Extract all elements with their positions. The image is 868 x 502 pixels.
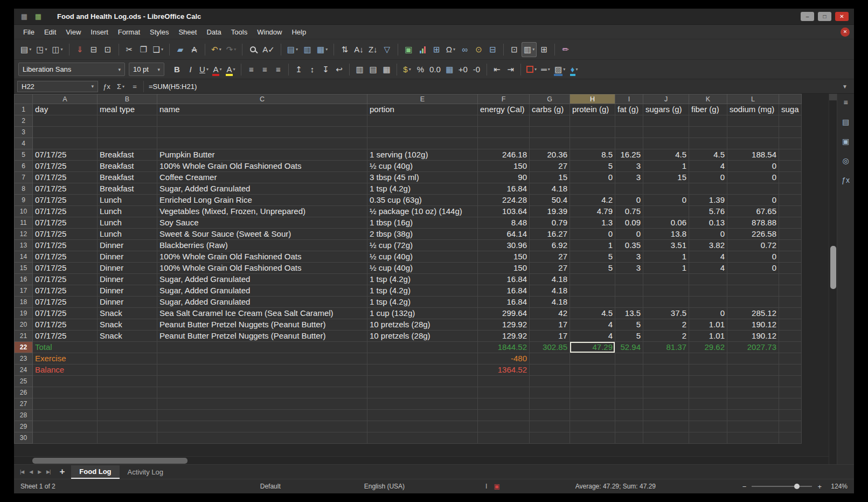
cell[interactable]: 0.35 (615, 240, 643, 251)
cell[interactable]: 1 serving (102g) (367, 149, 478, 161)
cell[interactable] (98, 398, 157, 410)
last-sheet-button[interactable]: ▶| (44, 469, 53, 475)
cell[interactable]: sodium (mg) (727, 104, 779, 115)
cell[interactable]: 3 tbsp (45 ml) (367, 172, 478, 183)
cell[interactable]: 188.54 (727, 149, 779, 161)
cell[interactable]: 1.39 (689, 195, 727, 206)
cell[interactable] (530, 127, 570, 138)
first-sheet-button[interactable]: |◀ (17, 469, 26, 475)
cell[interactable]: 07/17/25 (33, 183, 98, 195)
cell[interactable]: ½ cup (72g) (367, 240, 478, 251)
cell[interactable] (727, 410, 779, 421)
cell[interactable] (727, 376, 779, 387)
zoom-slider-thumb[interactable] (794, 484, 800, 489)
cell[interactable]: 07/17/25 (33, 251, 98, 263)
cell[interactable] (643, 206, 689, 217)
cell[interactable] (779, 353, 802, 365)
cell[interactable] (779, 274, 802, 285)
active-cell[interactable]: 47.29 (570, 342, 615, 353)
next-sheet-button[interactable]: ▶ (35, 469, 44, 475)
cell[interactable] (367, 365, 478, 376)
cell[interactable]: ½ cup (40g) (367, 251, 478, 263)
cell[interactable]: 4.18 (530, 274, 570, 285)
cell[interactable]: 3 (615, 161, 643, 172)
cell[interactable]: 285.12 (727, 308, 779, 319)
cell[interactable]: Coffee Creamer (157, 172, 367, 183)
cell[interactable] (615, 127, 643, 138)
cell[interactable] (643, 285, 689, 297)
delete-decimal-place-button[interactable]: -0 (470, 62, 483, 77)
cell[interactable]: 5 (615, 331, 643, 342)
cell[interactable] (157, 138, 367, 149)
cell[interactable] (779, 421, 802, 432)
underline-button[interactable]: U▾ (197, 62, 211, 77)
menu-sheet[interactable]: Sheet (173, 26, 202, 38)
cell[interactable]: 0 (727, 161, 779, 172)
cell[interactable] (615, 285, 643, 297)
cell[interactable] (779, 251, 802, 263)
cell[interactable]: 1 tsp (4.2g) (367, 285, 478, 297)
cell[interactable]: Sugar, Added Granulated (157, 183, 367, 195)
cell[interactable] (157, 410, 367, 421)
cell[interactable]: Peanut Butter Pretzel Nuggets (Peanut Bu… (157, 331, 367, 342)
cell[interactable] (33, 398, 98, 410)
row-header-5[interactable]: 5 (15, 149, 33, 161)
cell[interactable]: 16.84 (478, 297, 530, 308)
cell[interactable] (727, 285, 779, 297)
row-header-19[interactable]: 19 (15, 308, 33, 319)
cell[interactable] (779, 308, 802, 319)
cell[interactable] (727, 127, 779, 138)
cell[interactable] (779, 149, 802, 161)
cell[interactable] (643, 127, 689, 138)
cell[interactable]: 29.62 (689, 342, 727, 353)
cell[interactable] (98, 376, 157, 387)
align-left-button[interactable]: ≡ (245, 62, 258, 77)
wrap-text-button[interactable]: ↩ (332, 62, 346, 77)
cell[interactable]: 299.64 (478, 308, 530, 319)
cell[interactable] (33, 115, 98, 127)
cell[interactable]: Snack (98, 331, 157, 342)
row-header-26[interactable]: 26 (15, 387, 33, 398)
cell[interactable]: 64.14 (478, 229, 530, 240)
sheet-tab-activity-log[interactable]: Activity Log (120, 466, 171, 478)
row-header-15[interactable]: 15 (15, 263, 33, 274)
cell[interactable]: 07/17/25 (33, 274, 98, 285)
cell[interactable]: 16.84 (478, 274, 530, 285)
cell[interactable] (615, 387, 643, 398)
sheet-tab-food-log[interactable]: Food Log (71, 465, 119, 479)
menu-format[interactable]: Format (113, 26, 145, 38)
define-print-area-button[interactable]: ⊡ (508, 42, 521, 57)
cell[interactable]: 16.27 (530, 229, 570, 240)
column-header-G[interactable]: G (530, 94, 570, 104)
close-button[interactable]: ✕ (835, 12, 849, 21)
horizontal-scrollbar[interactable] (14, 456, 829, 464)
row-header-4[interactable]: 4 (15, 138, 33, 149)
cell[interactable]: 15 (530, 172, 570, 183)
cell[interactable]: Peanut Butter Pretzel Nuggets (Peanut Bu… (157, 319, 367, 331)
cell[interactable]: 0.79 (530, 217, 570, 229)
borders-button[interactable]: ▾ (524, 62, 539, 77)
cell[interactable] (779, 206, 802, 217)
cell[interactable]: sugars (g) (643, 104, 689, 115)
cell[interactable] (643, 432, 689, 444)
background-color-button[interactable]: ▨▾ (552, 62, 567, 77)
cell[interactable]: 52.94 (615, 342, 643, 353)
cell[interactable]: Dinner (98, 251, 157, 263)
cell[interactable] (727, 274, 779, 285)
cell[interactable] (530, 398, 570, 410)
cell[interactable] (478, 387, 530, 398)
cell[interactable]: 90 (478, 172, 530, 183)
cell[interactable]: 81.37 (643, 342, 689, 353)
sidebar-settings-icon[interactable]: ≡ (839, 97, 852, 108)
cell[interactable]: 103.64 (478, 206, 530, 217)
cell[interactable] (478, 432, 530, 444)
toggle-print-preview-button[interactable]: ⊡ (101, 42, 115, 57)
cell[interactable]: Enriched Long Grain Rice (157, 195, 367, 206)
cell[interactable] (779, 127, 802, 138)
cell[interactable]: 226.58 (727, 229, 779, 240)
column-header-L[interactable]: L (727, 94, 779, 104)
menu-file[interactable]: File (18, 26, 39, 38)
cell[interactable] (530, 365, 570, 376)
cell[interactable]: Blackberries (Raw) (157, 240, 367, 251)
cell[interactable] (779, 398, 802, 410)
